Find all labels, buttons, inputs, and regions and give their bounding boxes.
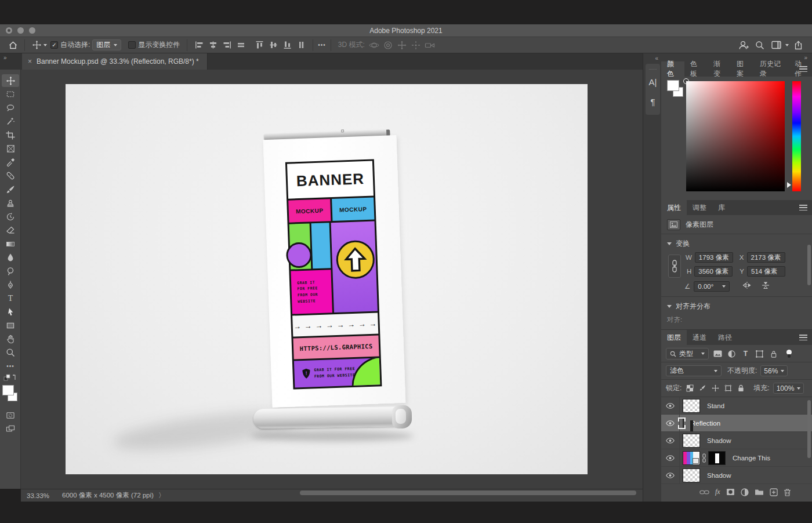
tool-eraser[interactable] (2, 224, 19, 237)
align-middle-v-button[interactable] (266, 39, 280, 52)
flip-vertical-icon[interactable] (761, 281, 770, 289)
x-input[interactable]: 2173 像素 (747, 252, 785, 263)
tool-pen[interactable] (2, 278, 19, 291)
auto-select-checkbox[interactable]: ✓ (50, 41, 58, 49)
home-button[interactable] (6, 39, 20, 52)
hue-slider[interactable] (792, 81, 801, 191)
workspace-chevron-icon[interactable] (785, 44, 789, 46)
filter-shape-layers-icon[interactable] (755, 349, 764, 359)
layer-row-shadow-2[interactable]: Shadow (661, 467, 812, 484)
account-button[interactable] (737, 39, 751, 52)
tool-blur[interactable] (2, 251, 19, 264)
tool-marquee[interactable] (2, 88, 19, 100)
tool-brush[interactable] (2, 183, 19, 196)
status-disclose-icon[interactable]: 〉 (158, 491, 165, 500)
layer-thumbnail[interactable] (683, 434, 700, 448)
tool-move[interactable] (2, 74, 19, 87)
tool-history-brush[interactable] (2, 210, 19, 223)
panel-menu-icon[interactable] (799, 66, 807, 72)
add-mask-icon[interactable] (726, 488, 735, 496)
auto-select-dropdown[interactable]: 图层 (92, 39, 121, 50)
filter-smart-objects-icon[interactable] (768, 349, 778, 359)
tab-gradients[interactable]: 渐变 (708, 61, 731, 77)
visibility-toggle[interactable] (661, 415, 680, 431)
tool-clone-stamp[interactable] (2, 197, 19, 209)
more-options-button[interactable]: ••• (318, 42, 326, 48)
filter-type-layers-icon[interactable]: T (741, 349, 751, 359)
align-distribute-header[interactable]: 对齐并分布 (661, 297, 812, 314)
y-input[interactable]: 514 像素 (747, 266, 785, 277)
visibility-toggle[interactable] (661, 449, 680, 466)
tool-preset-chevron-icon[interactable] (44, 44, 47, 46)
quick-mask-button[interactable] (2, 409, 19, 422)
tool-type[interactable]: T (2, 292, 19, 304)
close-tab-icon[interactable]: × (28, 57, 32, 66)
workspace-button[interactable] (769, 39, 783, 52)
filter-pixel-layers-icon[interactable] (713, 349, 723, 359)
tab-adjustments[interactable]: 调整 (687, 200, 712, 215)
visibility-toggle[interactable] (661, 467, 680, 484)
tab-history[interactable]: 历史记录 (754, 61, 789, 77)
tab-paths[interactable]: 路径 (712, 330, 738, 345)
panel-menu-icon[interactable] (799, 205, 807, 210)
constrain-proportions-button[interactable] (668, 255, 681, 278)
character-panel-button[interactable]: A| (646, 72, 660, 92)
layer-row-change-this[interactable]: Change This (661, 449, 812, 467)
align-left-button[interactable] (192, 39, 206, 52)
tab-libraries[interactable]: 库 (712, 200, 731, 215)
tool-healing-brush[interactable] (2, 169, 19, 182)
move-tool-preset-button[interactable] (30, 39, 44, 52)
lock-all-icon[interactable] (736, 384, 745, 393)
distribute-v-button[interactable] (294, 39, 308, 52)
3d-camera-button[interactable] (423, 39, 437, 52)
smart-object-thumbnail[interactable] (683, 451, 700, 465)
tab-color[interactable]: 颜色 (661, 61, 684, 77)
tool-path-selection[interactable] (2, 306, 19, 318)
rotation-input[interactable]: 0.00° (694, 281, 730, 292)
panel-menu-icon[interactable] (799, 335, 807, 340)
lock-position-icon[interactable] (710, 384, 720, 393)
tab-patterns[interactable]: 图案 (731, 61, 754, 77)
new-group-icon[interactable] (755, 488, 764, 496)
align-right-button[interactable] (220, 39, 234, 52)
tool-rectangle[interactable] (2, 319, 19, 332)
visibility-toggle[interactable] (661, 397, 680, 414)
3d-roll-button[interactable] (381, 39, 395, 52)
document-canvas[interactable]: BANNER MOCKUP MOCKUP (66, 84, 588, 474)
tab-layers[interactable]: 图层 (661, 330, 687, 345)
3d-slide-button[interactable] (409, 39, 423, 52)
search-button[interactable] (753, 39, 767, 52)
tool-lasso[interactable] (2, 101, 19, 114)
document-tab[interactable]: × Banner Mockup.psd @ 33.3% (Reflection,… (22, 53, 208, 70)
tool-eyedropper[interactable] (2, 156, 19, 169)
opacity-input[interactable]: 56% (760, 365, 788, 376)
tools-panel-expand[interactable]: » (0, 53, 22, 70)
blend-mode-dropdown[interactable]: 滤色 (666, 365, 722, 376)
tab-properties[interactable]: 属性 (661, 200, 687, 215)
collapse-panels-icon[interactable]: « (655, 55, 658, 61)
adjustment-layer-icon[interactable] (741, 488, 749, 496)
tool-gradient[interactable] (2, 238, 19, 250)
link-layers-icon[interactable] (699, 489, 709, 495)
tool-dodge[interactable] (2, 265, 19, 278)
paragraph-panel-button[interactable]: ¶ (646, 92, 660, 111)
lock-artboard-icon[interactable] (723, 384, 733, 393)
swap-colors-button[interactable] (3, 373, 17, 383)
show-transform-checkbox[interactable] (128, 41, 136, 49)
visibility-toggle[interactable] (661, 432, 680, 449)
layer-row-stand[interactable]: Stand (661, 397, 812, 415)
tool-object-selection[interactable] (2, 115, 19, 128)
tab-channels[interactable]: 通道 (687, 330, 712, 345)
align-bottom-button[interactable] (280, 39, 294, 52)
layer-style-icon[interactable]: fx (715, 488, 720, 496)
horizontal-scrollbar[interactable] (300, 491, 636, 495)
layer-thumbnail[interactable] (683, 468, 700, 482)
layer-row-shadow-1[interactable]: Shadow (661, 432, 812, 449)
align-center-h-button[interactable] (206, 39, 220, 52)
color-picker-marker[interactable] (683, 78, 689, 84)
tool-frame[interactable] (2, 142, 19, 155)
3d-orbit-button[interactable] (367, 39, 381, 52)
zoom-level[interactable]: 33.33% (27, 492, 49, 499)
lock-image-pixels-icon[interactable] (698, 384, 707, 393)
filter-toggle-switch[interactable] (786, 350, 792, 358)
